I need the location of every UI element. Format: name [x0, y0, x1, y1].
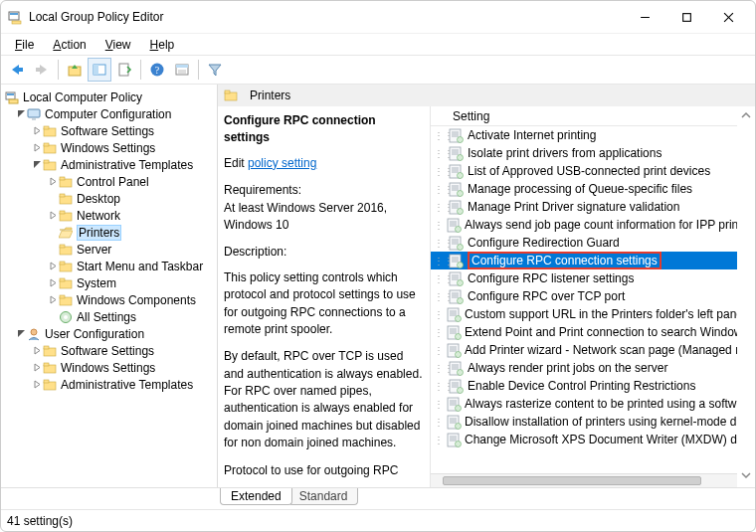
list-item[interactable]: ⋮⋮Isolate print drivers from application… [431, 144, 737, 162]
up-one-level-button[interactable] [63, 58, 87, 82]
expand-icon[interactable] [47, 176, 59, 188]
tree-at-printers[interactable]: Printers [3, 224, 215, 241]
svg-rect-50 [44, 346, 49, 349]
tab-extended[interactable]: Extended [220, 488, 292, 505]
list-item[interactable]: ⋮⋮Configure Redirection Guard [431, 234, 737, 252]
collapse-icon[interactable] [15, 328, 27, 340]
list-item[interactable]: ⋮⋮Configure RPC listener settings [431, 269, 737, 287]
tree-at-wcomp[interactable]: Windows Components [3, 291, 215, 308]
list-item[interactable]: ⋮⋮Extend Point and Print connection to s… [431, 323, 737, 341]
filter-button[interactable] [203, 58, 227, 82]
collapse-icon[interactable] [31, 159, 43, 171]
menu-view[interactable]: View [97, 36, 139, 54]
tree-uc-software[interactable]: Software Settings [3, 342, 215, 359]
settings-list[interactable]: ⋮⋮Activate Internet printing⋮⋮Isolate pr… [431, 126, 737, 473]
scroll-up-icon[interactable] [740, 109, 752, 124]
setting-icon [447, 395, 462, 413]
svg-point-111 [456, 315, 462, 321]
back-button[interactable] [5, 58, 29, 82]
tree-root[interactable]: Local Computer Policy [3, 89, 215, 105]
tree-uc-windows[interactable]: Windows Settings [3, 359, 215, 376]
list-item[interactable]: ⋮⋮Manage Print Driver signature validati… [431, 198, 737, 216]
tab-standard[interactable]: Standard [288, 488, 359, 505]
tree-at-control-panel[interactable]: Control Panel [3, 173, 215, 190]
scrollbar-thumb[interactable] [443, 476, 701, 485]
tree-at-server[interactable]: Server [3, 241, 215, 258]
expand-icon[interactable] [47, 210, 59, 222]
collapse-icon[interactable] [15, 108, 27, 120]
list-item[interactable]: ⋮⋮Configure RPC over TCP port [431, 287, 737, 305]
right-pane: Printers Configure RPC connection settin… [218, 85, 755, 487]
folder-icon [43, 158, 57, 172]
svg-point-141 [456, 423, 462, 429]
expand-icon[interactable] [47, 277, 59, 289]
expand-icon[interactable] [31, 362, 43, 374]
tree-at-allsettings[interactable]: All Settings [3, 308, 215, 325]
list-item[interactable]: ⋮⋮Enable Device Control Printing Restric… [431, 377, 737, 395]
maximize-button[interactable] [665, 2, 707, 32]
expand-icon[interactable] [47, 261, 59, 272]
list-item[interactable]: ⋮⋮Change Microsoft XPS Document Writer (… [431, 431, 737, 448]
drag-grip-icon: ⋮⋮ [434, 291, 444, 302]
svg-marker-36 [60, 228, 72, 230]
scroll-hints [737, 106, 755, 487]
show-hide-tree-button[interactable] [88, 58, 111, 82]
expand-icon[interactable] [31, 379, 43, 391]
list-item[interactable]: ⋮⋮Configure RPC connection settings [431, 252, 737, 269]
list-item[interactable]: ⋮⋮Manage processing of Queue-specific fi… [431, 180, 737, 198]
list-item[interactable]: ⋮⋮Activate Internet printing [431, 126, 737, 144]
menu-action[interactable]: Action [45, 36, 94, 54]
expand-icon[interactable] [31, 345, 43, 357]
svg-point-91 [457, 244, 463, 250]
column-header-setting[interactable]: Setting [431, 106, 737, 126]
list-item[interactable]: ⋮⋮Always send job page count information… [431, 216, 737, 234]
forward-button[interactable] [30, 58, 54, 82]
requirements-body: At least Windows Server 2016, Windows 10 [224, 200, 424, 235]
list-item-label: Manage processing of Queue-specific file… [468, 182, 692, 196]
folder-icon [43, 141, 57, 155]
tree-cc-software[interactable]: Software Settings [3, 122, 215, 139]
tree-cc-windows[interactable]: Windows Settings [3, 139, 215, 156]
horizontal-scrollbar[interactable] [431, 473, 737, 487]
setting-icon [447, 413, 462, 431]
setting-icon [447, 431, 462, 448]
expand-icon[interactable] [31, 142, 43, 154]
tree-cc[interactable]: Computer Configuration [3, 105, 215, 122]
list-item[interactable]: ⋮⋮Disallow installation of printers usin… [431, 413, 737, 431]
export-list-button[interactable] [112, 58, 136, 82]
list-item[interactable]: ⋮⋮Custom support URL in the Printers fol… [431, 305, 737, 323]
expand-icon[interactable] [31, 125, 43, 137]
list-item[interactable]: ⋮⋮Always rasterize content to be printed… [431, 395, 737, 413]
tree-at-system[interactable]: System [3, 274, 215, 291]
svg-rect-31 [60, 177, 65, 180]
tree-uc[interactable]: User Configuration [3, 325, 215, 342]
setting-icon [447, 180, 465, 198]
edit-policy-link[interactable]: policy setting [248, 156, 316, 170]
drag-grip-icon: ⋮⋮ [434, 256, 444, 266]
drag-grip-icon: ⋮⋮ [434, 309, 444, 320]
tree-cc-admin[interactable]: Administrative Templates [3, 156, 215, 173]
list-item-label: Custom support URL in the Printers folde… [465, 307, 737, 321]
drag-grip-icon: ⋮⋮ [434, 363, 444, 374]
properties-button[interactable] [170, 58, 194, 82]
list-item[interactable]: ⋮⋮List of Approved USB-connected print d… [431, 162, 737, 180]
menu-file[interactable]: File [7, 36, 42, 54]
list-item[interactable]: ⋮⋮Always render print jobs on the server [431, 359, 737, 377]
tree-at-desktop[interactable]: Desktop [3, 190, 215, 207]
svg-point-47 [64, 315, 68, 319]
drag-grip-icon: ⋮⋮ [434, 327, 444, 338]
minimize-button[interactable] [624, 2, 665, 32]
expand-icon[interactable] [47, 294, 59, 306]
tree-uc-admin[interactable]: Administrative Templates [3, 376, 215, 393]
svg-point-48 [31, 329, 37, 335]
scroll-down-icon[interactable] [740, 469, 752, 484]
help-button[interactable]: ? [145, 58, 169, 82]
list-item[interactable]: ⋮⋮Add Printer wizard - Network scan page… [431, 341, 737, 359]
toolbar: ? [1, 55, 755, 85]
toolbar-separator [198, 60, 199, 80]
tree-at-start[interactable]: Start Menu and Taskbar [3, 258, 215, 274]
tree-at-network[interactable]: Network [3, 207, 215, 224]
list-item-label: Disallow installation of printers using … [465, 415, 737, 429]
menu-help[interactable]: Help [142, 36, 183, 54]
close-button[interactable] [707, 2, 749, 32]
